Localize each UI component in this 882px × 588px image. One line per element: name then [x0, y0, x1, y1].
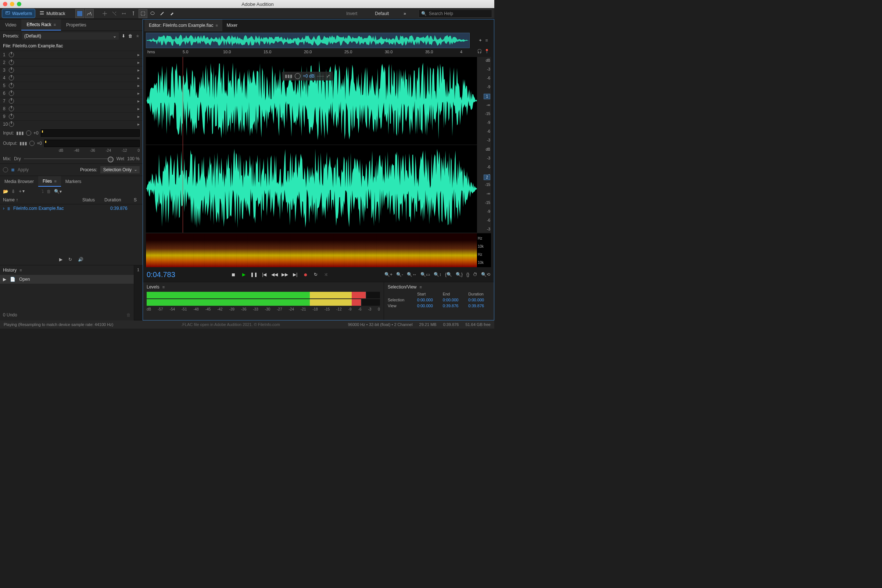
volume-hud[interactable]: ▮▮▮ +0 dB ⤢ [282, 72, 333, 81]
files-header[interactable]: Name ↑ Status Duration S [0, 196, 142, 204]
favorite-icon[interactable]: ★ [136, 33, 140, 39]
mix-slider[interactable] [24, 158, 114, 159]
panel-menu-icon[interactable]: ≡ [20, 268, 22, 272]
search-help-field[interactable]: 🔍 Search Help [418, 9, 492, 18]
view-waveform-button[interactable] [76, 9, 84, 18]
headphones-icon[interactable]: 🎧 [477, 49, 482, 54]
effect-slot[interactable]: 6▸ [0, 89, 142, 97]
panel-menu-icon[interactable]: ≡ [420, 285, 422, 289]
loop-icon[interactable]: ↻ [68, 257, 72, 262]
effect-slot[interactable]: 8▸ [0, 105, 142, 112]
sel-end[interactable]: 0:00.000 [443, 298, 465, 302]
record-button[interactable]: ● [302, 271, 309, 278]
slip-tool[interactable] [120, 9, 128, 18]
effect-slot[interactable]: 2▸ [0, 58, 142, 66]
pin-icon[interactable]: 📍 [484, 49, 489, 54]
tab-mixer[interactable]: Mixer [222, 20, 242, 31]
zoom-toggle-icon[interactable]: {} [466, 272, 469, 277]
view-spectral-button[interactable] [85, 9, 93, 18]
tab-files[interactable]: Files ≡ [38, 176, 61, 187]
loop-button[interactable]: ↻ [312, 271, 319, 278]
tab-video[interactable]: Video [0, 19, 21, 30]
marquee-tool[interactable] [139, 9, 147, 18]
new-file-icon[interactable]: ＋▾ [18, 188, 25, 194]
view-end[interactable]: 0:39.876 [443, 303, 465, 308]
expand-icon[interactable]: ▸ [138, 68, 140, 73]
effect-slot[interactable]: 5▸ [0, 82, 142, 89]
col-name[interactable]: Name ↑ [3, 197, 82, 202]
skip-end-button[interactable]: ▶| [292, 271, 298, 278]
waveform-display[interactable]: ▮▮▮ +0 dB ⤢ dB -3-6-9-15-∞-15-9-6-3 1 dB… [146, 57, 491, 232]
tab-effects-rack[interactable]: Effects Rack ≡ [21, 19, 61, 30]
view-dur[interactable]: 0:39.876 [468, 303, 490, 308]
heal-tool[interactable] [168, 9, 176, 18]
col-duration[interactable]: Duration [104, 197, 134, 202]
effect-slot[interactable]: 4▸ [0, 74, 142, 82]
spectrogram[interactable]: Hz10k Hz10k [146, 233, 491, 267]
time-selection-tool[interactable] [129, 9, 138, 18]
power-icon[interactable] [9, 114, 14, 119]
expand-icon[interactable]: ▸ [138, 60, 140, 65]
expand-icon[interactable]: ▸ [138, 91, 140, 96]
expand-icon[interactable]: ▸ [138, 83, 140, 88]
maximize-window-button[interactable] [17, 2, 21, 6]
effect-slot[interactable]: 7▸ [0, 97, 142, 105]
output-knob[interactable] [29, 141, 34, 146]
expand-icon[interactable]: ▸ [138, 99, 140, 104]
lasso-tool[interactable] [148, 9, 156, 18]
power-icon[interactable] [9, 68, 14, 73]
process-combo[interactable]: Selection Only [100, 166, 140, 174]
zoom-sel-in-icon[interactable]: {🔍 [445, 272, 452, 277]
delete-icon[interactable]: 🗑 [46, 189, 51, 194]
power-icon[interactable] [9, 91, 14, 96]
expand-icon[interactable]: ▸ [138, 106, 140, 111]
file-row[interactable]: ›⫼FileInfo.com Example.flac 0:39.876 [0, 204, 142, 212]
rack-power-icon[interactable] [3, 167, 8, 172]
tab-media-browser[interactable]: Media Browser [0, 176, 38, 187]
list-icon[interactable]: ≡ [485, 38, 488, 43]
sel-start[interactable]: 0:00.000 [417, 298, 439, 302]
view-start[interactable]: 0:00.000 [417, 303, 439, 308]
open-folder-icon[interactable]: 📂 [3, 189, 9, 194]
razor-tool[interactable] [110, 9, 118, 18]
power-icon[interactable] [9, 83, 14, 88]
fast-forward-button[interactable]: ▶▶ [282, 271, 288, 278]
close-window-button[interactable] [3, 2, 8, 6]
delete-preset-icon[interactable]: 🗑 [128, 33, 133, 39]
expand-icon[interactable]: ⤢ [326, 74, 330, 79]
power-icon[interactable] [9, 99, 14, 104]
history-item[interactable]: ▶ 📄 Open [0, 275, 134, 284]
panel-menu-icon[interactable]: ≡ [54, 22, 56, 27]
expand-icon[interactable]: ▸ [138, 122, 140, 127]
zoom-sel-icon[interactable]: 🔍▭ [420, 272, 430, 277]
tab-properties[interactable]: Properties [61, 19, 92, 30]
current-time[interactable]: 0:04.783 [147, 270, 175, 279]
effect-slot[interactable]: 3▸ [0, 66, 142, 74]
playhead[interactable] [183, 57, 183, 232]
zoom-in-v-icon[interactable]: 🔍↕ [434, 272, 441, 277]
expand-icon[interactable]: ▸ [138, 114, 140, 119]
tab-editor[interactable]: Editor: FileInfo.com Example.flac ≡ [144, 20, 222, 31]
brush-tool[interactable] [158, 9, 166, 18]
skip-selection-button[interactable]: ⤮ [322, 271, 329, 278]
panel-menu-icon[interactable]: ≡ [215, 23, 218, 28]
pause-button[interactable]: ❚❚ [250, 271, 257, 278]
skip-start-button[interactable]: |◀ [261, 271, 267, 278]
invert-button[interactable]: Invert [341, 11, 362, 16]
zoom-out-icon[interactable]: 🔍- [396, 272, 403, 277]
power-icon[interactable] [9, 60, 14, 65]
list-icon[interactable]: ≣ [11, 167, 15, 172]
save-preset-icon[interactable]: ⬇ [122, 33, 125, 39]
move-tool[interactable] [101, 9, 109, 18]
zoom-sel-out-icon[interactable]: 🔍} [456, 272, 463, 277]
channel-2-badge[interactable]: 2 [484, 175, 490, 180]
stop-button[interactable]: ◼ [230, 271, 237, 278]
waveform-mode-button[interactable]: Waveform [2, 9, 35, 18]
time-ruler[interactable]: hms 5.0 10.0 15.0 20.0 25.0 30.0 35.0 4 … [146, 50, 491, 57]
expand-icon[interactable]: ▸ [138, 52, 140, 57]
effect-slot[interactable]: 1▸ [0, 51, 142, 58]
trash-icon[interactable]: 🗑 [126, 312, 131, 318]
play-preview-icon[interactable]: ▶ [59, 257, 63, 262]
expand-icon[interactable]: ▸ [138, 75, 140, 81]
sel-dur[interactable]: 0:00.000 [468, 298, 490, 302]
